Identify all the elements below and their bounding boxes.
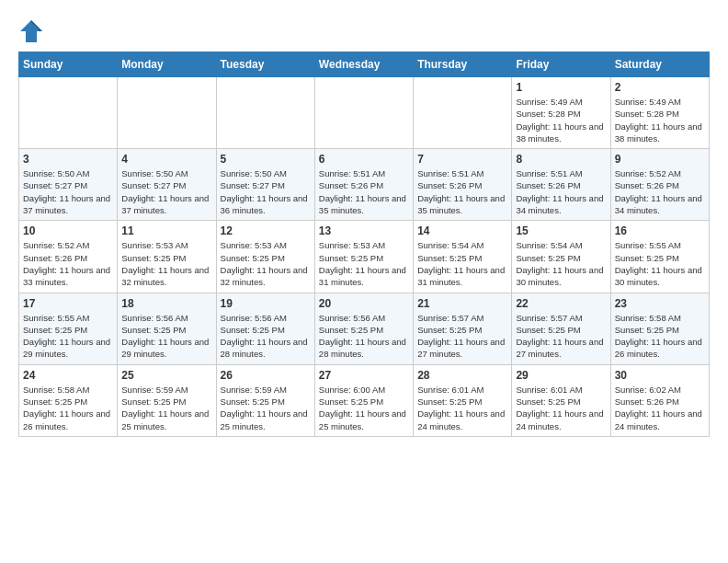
day-info: Sunrise: 5:56 AM Sunset: 5:25 PM Dayligh… — [319, 312, 409, 361]
day-info: Sunrise: 5:50 AM Sunset: 5:27 PM Dayligh… — [23, 167, 113, 216]
day-number: 4 — [121, 153, 211, 166]
day-number: 15 — [516, 224, 606, 237]
day-info: Sunrise: 5:58 AM Sunset: 5:25 PM Dayligh… — [23, 384, 113, 432]
header — [18, 15, 710, 44]
day-info: Sunrise: 5:54 AM Sunset: 5:25 PM Dayligh… — [417, 239, 507, 288]
day-info: Sunrise: 5:52 AM Sunset: 5:26 PM Dayligh… — [23, 239, 113, 288]
calendar-cell: 2Sunrise: 5:49 AM Sunset: 5:28 PM Daylig… — [610, 77, 709, 149]
calendar-cell: 11Sunrise: 5:53 AM Sunset: 5:25 PM Dayli… — [118, 221, 216, 293]
calendar-table: SundayMondayTuesdayWednesdayThursdayFrid… — [18, 52, 710, 437]
header-row: SundayMondayTuesdayWednesdayThursdayFrid… — [19, 52, 710, 77]
calendar-cell: 9Sunrise: 5:52 AM Sunset: 5:26 PM Daylig… — [610, 149, 709, 221]
day-number: 12 — [221, 224, 311, 237]
day-number: 17 — [23, 297, 113, 310]
calendar-cell: 13Sunrise: 5:53 AM Sunset: 5:25 PM Dayli… — [314, 221, 413, 293]
calendar-cell: 12Sunrise: 5:53 AM Sunset: 5:25 PM Dayli… — [216, 221, 314, 293]
day-header-monday: Monday — [118, 52, 216, 77]
day-header-thursday: Thursday — [414, 52, 512, 77]
day-header-tuesday: Tuesday — [216, 52, 314, 77]
day-number: 22 — [516, 297, 606, 310]
calendar-cell: 8Sunrise: 5:51 AM Sunset: 5:26 PM Daylig… — [512, 149, 610, 221]
day-number: 3 — [23, 153, 113, 166]
day-number: 23 — [615, 297, 705, 310]
page: SundayMondayTuesdayWednesdayThursdayFrid… — [0, 0, 728, 455]
day-info: Sunrise: 5:53 AM Sunset: 5:25 PM Dayligh… — [221, 239, 311, 288]
day-number: 13 — [319, 224, 409, 237]
day-info: Sunrise: 5:49 AM Sunset: 5:28 PM Dayligh… — [615, 96, 705, 144]
day-header-sunday: Sunday — [19, 52, 118, 77]
calendar-cell — [216, 77, 314, 149]
calendar-cell: 20Sunrise: 5:56 AM Sunset: 5:25 PM Dayli… — [314, 293, 413, 364]
calendar-cell: 26Sunrise: 5:59 AM Sunset: 5:25 PM Dayli… — [216, 364, 314, 436]
calendar-cell: 19Sunrise: 5:56 AM Sunset: 5:25 PM Dayli… — [216, 293, 314, 364]
day-number: 1 — [516, 81, 606, 94]
day-info: Sunrise: 5:51 AM Sunset: 5:26 PM Dayligh… — [319, 167, 409, 216]
calendar-cell: 27Sunrise: 6:00 AM Sunset: 5:25 PM Dayli… — [314, 364, 413, 436]
calendar-cell: 17Sunrise: 5:55 AM Sunset: 5:25 PM Dayli… — [19, 293, 118, 364]
day-header-friday: Friday — [512, 52, 610, 77]
calendar-cell: 5Sunrise: 5:50 AM Sunset: 5:27 PM Daylig… — [216, 149, 314, 221]
day-number: 16 — [615, 224, 705, 237]
day-number: 18 — [121, 297, 211, 310]
calendar-cell: 24Sunrise: 5:58 AM Sunset: 5:25 PM Dayli… — [19, 364, 118, 436]
day-info: Sunrise: 6:01 AM Sunset: 5:25 PM Dayligh… — [516, 384, 606, 432]
day-number: 2 — [615, 81, 705, 94]
calendar-cell — [414, 77, 512, 149]
day-info: Sunrise: 5:51 AM Sunset: 5:26 PM Dayligh… — [516, 167, 606, 216]
day-number: 7 — [417, 153, 507, 166]
day-number: 30 — [615, 369, 705, 382]
calendar-cell: 29Sunrise: 6:01 AM Sunset: 5:25 PM Dayli… — [512, 364, 610, 436]
calendar-cell: 16Sunrise: 5:55 AM Sunset: 5:25 PM Dayli… — [610, 221, 709, 293]
day-info: Sunrise: 5:54 AM Sunset: 5:25 PM Dayligh… — [516, 239, 606, 288]
day-number: 5 — [221, 153, 311, 166]
calendar-cell: 25Sunrise: 5:59 AM Sunset: 5:25 PM Dayli… — [118, 364, 216, 436]
day-number: 25 — [121, 369, 211, 382]
day-number: 9 — [615, 153, 705, 166]
day-info: Sunrise: 5:58 AM Sunset: 5:25 PM Dayligh… — [615, 312, 705, 361]
calendar-cell — [118, 77, 216, 149]
logo — [18, 18, 48, 44]
day-number: 28 — [417, 369, 507, 382]
day-number: 27 — [319, 369, 409, 382]
week-row-2: 10Sunrise: 5:52 AM Sunset: 5:26 PM Dayli… — [19, 221, 710, 293]
day-info: Sunrise: 6:00 AM Sunset: 5:25 PM Dayligh… — [319, 384, 409, 432]
calendar-cell — [19, 77, 118, 149]
day-info: Sunrise: 5:59 AM Sunset: 5:25 PM Dayligh… — [121, 384, 211, 432]
calendar-cell: 10Sunrise: 5:52 AM Sunset: 5:26 PM Dayli… — [19, 221, 118, 293]
day-number: 26 — [221, 369, 311, 382]
calendar-cell: 6Sunrise: 5:51 AM Sunset: 5:26 PM Daylig… — [314, 149, 413, 221]
calendar-cell: 3Sunrise: 5:50 AM Sunset: 5:27 PM Daylig… — [19, 149, 118, 221]
day-info: Sunrise: 5:53 AM Sunset: 5:25 PM Dayligh… — [319, 239, 409, 288]
day-number: 20 — [319, 297, 409, 310]
day-number: 29 — [516, 369, 606, 382]
day-info: Sunrise: 5:52 AM Sunset: 5:26 PM Dayligh… — [615, 167, 705, 216]
day-info: Sunrise: 5:57 AM Sunset: 5:25 PM Dayligh… — [417, 312, 507, 361]
calendar-cell: 15Sunrise: 5:54 AM Sunset: 5:25 PM Dayli… — [512, 221, 610, 293]
calendar-cell: 18Sunrise: 5:56 AM Sunset: 5:25 PM Dayli… — [118, 293, 216, 364]
day-number: 8 — [516, 153, 606, 166]
calendar-cell: 14Sunrise: 5:54 AM Sunset: 5:25 PM Dayli… — [414, 221, 512, 293]
calendar-cell — [314, 77, 413, 149]
week-row-3: 17Sunrise: 5:55 AM Sunset: 5:25 PM Dayli… — [19, 293, 710, 364]
day-info: Sunrise: 5:51 AM Sunset: 5:26 PM Dayligh… — [417, 167, 507, 216]
calendar-cell: 28Sunrise: 6:01 AM Sunset: 5:25 PM Dayli… — [414, 364, 512, 436]
day-info: Sunrise: 5:49 AM Sunset: 5:28 PM Dayligh… — [516, 96, 606, 144]
day-info: Sunrise: 5:50 AM Sunset: 5:27 PM Dayligh… — [221, 167, 311, 216]
calendar-cell: 7Sunrise: 5:51 AM Sunset: 5:26 PM Daylig… — [414, 149, 512, 221]
logo-icon — [18, 18, 44, 44]
day-info: Sunrise: 6:01 AM Sunset: 5:25 PM Dayligh… — [417, 384, 507, 432]
week-row-4: 24Sunrise: 5:58 AM Sunset: 5:25 PM Dayli… — [19, 364, 710, 436]
day-header-wednesday: Wednesday — [314, 52, 413, 77]
day-info: Sunrise: 5:57 AM Sunset: 5:25 PM Dayligh… — [516, 312, 606, 361]
day-number: 14 — [417, 224, 507, 237]
calendar-cell: 22Sunrise: 5:57 AM Sunset: 5:25 PM Dayli… — [512, 293, 610, 364]
day-number: 19 — [221, 297, 311, 310]
day-info: Sunrise: 5:53 AM Sunset: 5:25 PM Dayligh… — [121, 239, 211, 288]
week-row-1: 3Sunrise: 5:50 AM Sunset: 5:27 PM Daylig… — [19, 149, 710, 221]
day-number: 11 — [121, 224, 211, 237]
day-info: Sunrise: 5:56 AM Sunset: 5:25 PM Dayligh… — [221, 312, 311, 361]
day-info: Sunrise: 5:55 AM Sunset: 5:25 PM Dayligh… — [23, 312, 113, 361]
day-number: 10 — [23, 224, 113, 237]
day-info: Sunrise: 6:02 AM Sunset: 5:26 PM Dayligh… — [615, 384, 705, 432]
calendar-cell: 30Sunrise: 6:02 AM Sunset: 5:26 PM Dayli… — [610, 364, 709, 436]
